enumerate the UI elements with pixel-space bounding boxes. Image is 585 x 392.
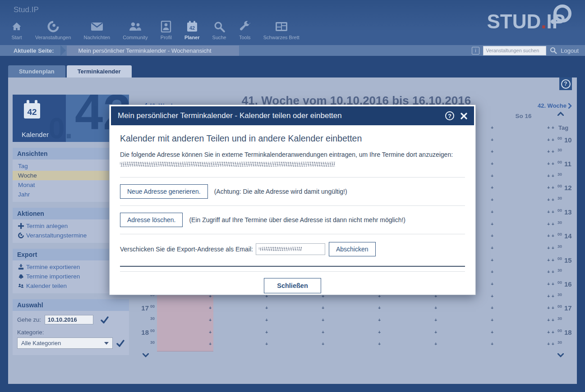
nav-item-community[interactable]: Community xyxy=(116,20,154,40)
add-appointment-icon[interactable]: + xyxy=(491,161,493,166)
generate-address-button[interactable]: Neue Adresse generieren. xyxy=(120,184,208,199)
category-confirm-icon[interactable] xyxy=(116,340,124,347)
add-appointment-icon[interactable]: + xyxy=(547,233,550,238)
day-cell[interactable]: + xyxy=(495,123,552,135)
add-appointment-icon[interactable]: + xyxy=(552,197,554,202)
day-cell[interactable]: + xyxy=(495,231,552,243)
add-appointment-icon[interactable]: + xyxy=(491,197,493,202)
add-appointment-icon[interactable]: + xyxy=(491,125,493,130)
nav-item-tools[interactable]: Tools xyxy=(233,20,257,40)
add-appointment-icon[interactable]: + xyxy=(322,342,324,346)
day-cell[interactable]: + xyxy=(495,315,552,327)
day-cell[interactable]: + xyxy=(382,327,439,339)
add-appointment-icon[interactable]: + xyxy=(552,210,554,214)
add-appointment-icon[interactable]: + xyxy=(547,210,550,214)
day-cell[interactable]: + xyxy=(495,279,552,291)
day-cell[interactable]: + xyxy=(495,219,552,231)
logout-link[interactable]: Logout xyxy=(561,47,579,54)
day-cell[interactable]: + xyxy=(326,303,382,315)
day-cell[interactable]: + xyxy=(213,339,270,351)
add-appointment-icon[interactable]: + xyxy=(491,294,493,299)
day-cell[interactable]: + xyxy=(495,195,552,207)
day-cell[interactable]: + xyxy=(270,303,326,315)
add-appointment-icon[interactable]: + xyxy=(491,137,493,142)
add-appointment-icon[interactable]: + xyxy=(491,318,493,323)
next-week-link[interactable]: 42. Woche xyxy=(527,102,572,109)
add-appointment-icon[interactable]: + xyxy=(265,342,268,346)
add-appointment-icon[interactable]: + xyxy=(552,330,554,335)
day-cell[interactable]: + xyxy=(213,303,270,315)
add-appointment-icon[interactable]: + xyxy=(491,258,493,263)
add-appointment-icon[interactable]: + xyxy=(491,282,493,287)
day-cell[interactable]: + xyxy=(495,291,552,303)
add-appointment-icon[interactable]: + xyxy=(547,282,550,287)
add-appointment-icon[interactable]: + xyxy=(552,185,554,190)
day-cell[interactable]: + xyxy=(495,303,552,315)
dialog-close-icon[interactable] xyxy=(461,113,467,119)
add-appointment-icon[interactable]: + xyxy=(265,318,268,323)
day-cell[interactable]: + xyxy=(495,159,552,171)
add-appointment-icon[interactable]: + xyxy=(491,330,493,335)
nav-item-suche[interactable]: Suche xyxy=(206,20,233,40)
add-appointment-icon[interactable]: + xyxy=(491,246,493,251)
add-appointment-icon[interactable]: + xyxy=(491,185,493,190)
goto-confirm-icon[interactable] xyxy=(101,316,109,324)
add-appointment-icon[interactable]: + xyxy=(547,197,550,202)
category-select[interactable]: Alle Kategorien xyxy=(17,337,113,349)
day-cell[interactable]: + xyxy=(495,135,552,147)
add-appointment-icon[interactable]: + xyxy=(378,330,381,335)
add-appointment-icon[interactable]: + xyxy=(378,305,381,310)
day-cell[interactable]: + xyxy=(495,182,552,195)
day-cell[interactable]: + xyxy=(213,315,270,327)
add-appointment-icon[interactable]: + xyxy=(209,305,212,310)
nav-item-veranstaltungen[interactable]: Veranstaltungen xyxy=(29,20,78,40)
add-appointment-icon[interactable]: + xyxy=(547,185,550,190)
add-appointment-icon[interactable]: + xyxy=(547,137,550,142)
add-appointment-icon[interactable]: + xyxy=(209,330,212,335)
day-cell[interactable]: + xyxy=(157,327,213,340)
add-appointment-icon[interactable]: + xyxy=(552,222,554,227)
add-appointment-icon[interactable]: + xyxy=(491,305,493,310)
add-appointment-icon[interactable]: + xyxy=(552,318,554,323)
day-cell[interactable]: + xyxy=(157,315,213,328)
add-appointment-icon[interactable]: + xyxy=(547,149,550,154)
tab-stundenplan[interactable]: Stundenplan xyxy=(8,65,65,77)
add-appointment-icon[interactable]: + xyxy=(434,305,437,310)
add-appointment-icon[interactable]: + xyxy=(378,342,381,346)
nav-item-schwarzes-brett[interactable]: Schwarzes Brett xyxy=(257,20,306,40)
add-appointment-icon[interactable]: + xyxy=(547,173,550,178)
add-appointment-icon[interactable]: + xyxy=(547,258,550,263)
add-appointment-icon[interactable]: + xyxy=(552,149,554,154)
tab-terminkalender[interactable]: Terminkalender xyxy=(67,65,132,77)
add-appointment-icon[interactable]: + xyxy=(491,233,493,238)
add-appointment-icon[interactable]: + xyxy=(552,246,554,251)
search-icon[interactable] xyxy=(550,47,557,54)
day-cell[interactable]: + xyxy=(495,255,552,267)
add-appointment-icon[interactable]: + xyxy=(547,125,550,130)
day-cell[interactable]: + xyxy=(495,146,552,159)
add-appointment-icon[interactable]: + xyxy=(491,222,493,227)
add-appointment-icon[interactable]: + xyxy=(265,330,268,335)
add-appointment-icon[interactable]: + xyxy=(552,125,554,130)
add-appointment-icon[interactable]: + xyxy=(552,305,554,310)
add-appointment-icon[interactable]: + xyxy=(322,318,324,323)
day-cell[interactable]: + xyxy=(495,267,552,279)
day-cell[interactable]: + xyxy=(439,339,495,351)
nav-item-planer[interactable]: 42Planer xyxy=(178,20,206,40)
search-input[interactable] xyxy=(483,46,546,55)
add-appointment-icon[interactable]: + xyxy=(265,305,268,310)
day-cell[interactable]: + xyxy=(439,315,495,327)
info-icon[interactable]: i xyxy=(472,47,479,55)
day-cell[interactable]: + xyxy=(495,327,552,339)
add-appointment-icon[interactable]: + xyxy=(322,305,324,310)
add-appointment-icon[interactable]: + xyxy=(434,342,437,346)
add-appointment-icon[interactable]: + xyxy=(552,282,554,287)
day-cell[interactable]: + xyxy=(495,339,552,351)
day-cell[interactable]: + xyxy=(213,327,270,339)
add-appointment-icon[interactable]: + xyxy=(547,342,550,346)
day-cell[interactable]: + xyxy=(495,207,552,219)
add-appointment-icon[interactable]: + xyxy=(547,161,550,166)
add-appointment-icon[interactable]: + xyxy=(434,330,437,335)
day-cell[interactable]: + xyxy=(382,303,439,315)
add-appointment-icon[interactable]: + xyxy=(552,258,554,263)
